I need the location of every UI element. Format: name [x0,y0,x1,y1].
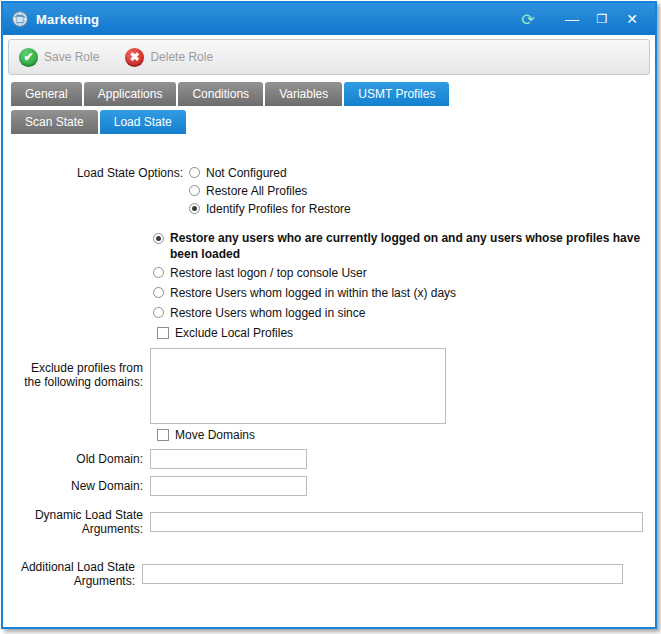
additional-args-input[interactable] [142,564,623,584]
dynamic-args-label: Dynamic Load State Arguments: [13,508,143,536]
load-state-panel: Load State Options: Not Configured Resto… [3,134,655,588]
tab-scan-state[interactable]: Scan State [11,110,98,134]
tab-load-state[interactable]: Load State [100,110,186,134]
exclude-domains-row: Exclude profiles from the following doma… [13,348,645,424]
delete-role-button[interactable]: ✖ Delete Role [125,48,213,67]
dynamic-args-input[interactable] [150,512,643,532]
checkbox-icon[interactable] [157,327,169,339]
new-domain-label: New Domain: [13,479,143,493]
titlebar: Marketing ⟳ — ❐ ✕ [3,3,655,35]
exclude-domains-textarea[interactable] [150,348,446,424]
minimize-button[interactable]: — [557,7,587,31]
radio-restore-last-x-days[interactable]: Restore Users whom logged in within the … [153,284,645,302]
radio-icon[interactable] [153,267,164,278]
exclude-domains-label: Exclude profiles from the following doma… [13,348,143,424]
radio-icon[interactable] [153,233,164,244]
load-state-options-label: Load State Options: [13,164,183,218]
move-domains-label: Move Domains [175,428,255,442]
radio-restore-all-profiles[interactable]: Restore All Profiles [189,182,351,200]
radio-restore-since[interactable]: Restore Users whom logged in since [153,304,645,322]
radio-identify-profiles[interactable]: Identify Profiles for Restore [189,200,351,218]
exclude-local-profiles-label: Exclude Local Profiles [175,326,293,340]
radio-not-configured[interactable]: Not Configured [189,164,351,182]
load-state-options-group: Not Configured Restore All Profiles Iden… [189,164,351,218]
exclude-local-profiles-row[interactable]: Exclude Local Profiles [157,326,645,340]
check-icon: ✔ [19,48,38,67]
delete-role-label: Delete Role [150,50,213,64]
marketing-window: Marketing ⟳ — ❐ ✕ ✔ Save Role ✖ Delete R… [1,1,657,629]
x-icon: ✖ [125,48,144,67]
radio-restore-logged-on-users[interactable]: Restore any users who are currently logg… [153,230,645,262]
radio-label: Restore All Profiles [206,182,307,200]
load-state-options-row: Load State Options: Not Configured Resto… [13,164,645,218]
tab-applications[interactable]: Applications [84,82,177,106]
old-domain-input[interactable] [150,449,307,469]
radio-label: Restore Users whom logged in since [170,304,365,322]
new-domain-row: New Domain: [13,476,645,496]
close-button[interactable]: ✕ [617,7,647,31]
radio-label: Restore any users who are currently logg… [170,230,645,262]
radio-icon[interactable] [189,203,200,214]
radio-icon[interactable] [153,307,164,318]
additional-args-label: Additional Load State Arguments: [13,560,135,588]
move-domains-row[interactable]: Move Domains [157,428,645,442]
radio-label: Restore Users whom logged in within the … [170,284,456,302]
window-title: Marketing [36,12,99,27]
globe-icon [11,10,29,28]
tab-general[interactable]: General [11,82,82,106]
primary-tab-row: General Applications Conditions Variable… [11,82,647,106]
save-role-button[interactable]: ✔ Save Role [19,48,99,67]
radio-icon[interactable] [189,167,200,178]
radio-icon[interactable] [153,287,164,298]
radio-icon[interactable] [189,185,200,196]
toolbar: ✔ Save Role ✖ Delete Role [8,39,650,75]
dynamic-args-row: Dynamic Load State Arguments: [13,508,645,536]
new-domain-input[interactable] [150,476,307,496]
radio-restore-last-logon[interactable]: Restore last logon / top console User [153,264,645,282]
save-role-label: Save Role [44,50,99,64]
checkbox-icon[interactable] [157,429,169,441]
secondary-tab-row: Scan State Load State [11,110,647,134]
tab-variables[interactable]: Variables [265,82,342,106]
radio-label: Restore last logon / top console User [170,264,367,282]
additional-args-row: Additional Load State Arguments: [13,560,645,588]
tab-conditions[interactable]: Conditions [178,82,263,106]
old-domain-row: Old Domain: [13,449,645,469]
restore-options-group: Restore any users who are currently logg… [153,230,645,322]
refresh-icon[interactable]: ⟳ [513,7,543,31]
radio-label: Identify Profiles for Restore [206,200,351,218]
maximize-button[interactable]: ❐ [587,7,617,31]
radio-label: Not Configured [206,164,287,182]
old-domain-label: Old Domain: [13,452,143,466]
tab-usmt-profiles[interactable]: USMT Profiles [344,82,449,106]
